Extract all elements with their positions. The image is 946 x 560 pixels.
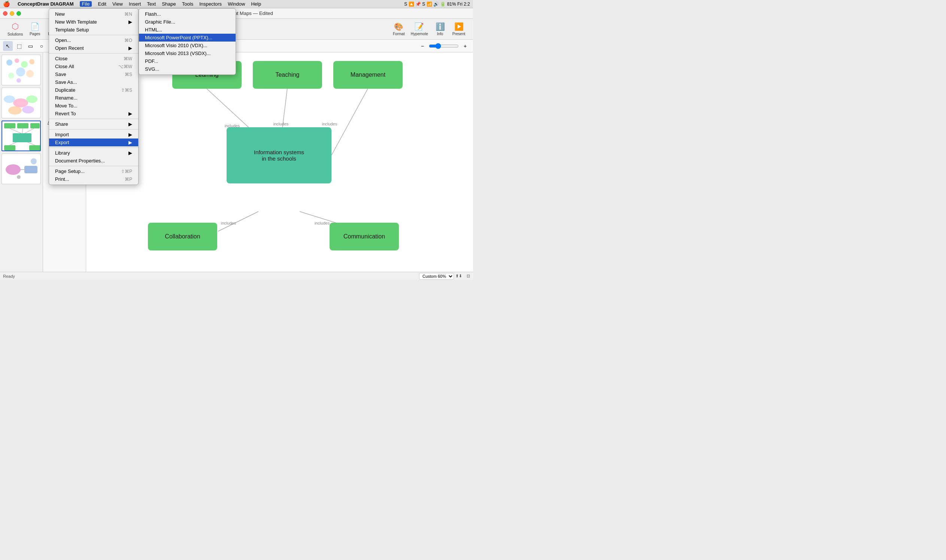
svg-rect-15	[30, 123, 40, 128]
thumb-4-canvas	[2, 154, 41, 184]
export-vsdx[interactable]: Microsoft Visio 2013 (VSDX)...	[139, 49, 236, 57]
menu-page-setup[interactable]: Page Setup... ⇧⌘P	[49, 167, 138, 175]
menu-shape[interactable]: Shape	[162, 1, 176, 7]
page-thumbnail-4[interactable]	[2, 154, 41, 184]
hypernote-button[interactable]: 📝 Hypernote	[408, 21, 430, 37]
svg-rect-17	[4, 145, 15, 151]
menu-inspectors[interactable]: Inspectors	[199, 1, 222, 7]
minimize-button[interactable]	[10, 11, 14, 16]
menu-open-recent[interactable]: Open Recent ▶	[49, 44, 138, 52]
menu-close[interactable]: Close ⌘W	[49, 55, 138, 63]
menu-open-recent-arrow: ▶	[128, 45, 132, 51]
export-pptx[interactable]: Microsoft PowerPoint (PPTX)...	[139, 34, 236, 42]
menu-help[interactable]: Help	[251, 1, 261, 7]
menu-file[interactable]: File	[80, 1, 92, 7]
svg-rect-16	[13, 133, 31, 142]
node-center[interactable]: Information systems in the schools	[226, 127, 331, 183]
export-svg[interactable]: SVG...	[139, 65, 236, 73]
menu-text[interactable]: Text	[147, 1, 156, 7]
svg-point-8	[13, 98, 28, 108]
menu-rename[interactable]: Rename...	[49, 94, 138, 102]
export-html[interactable]: HTML...	[139, 26, 236, 34]
svg-point-24	[6, 164, 21, 175]
menu-move-to[interactable]: Move To...	[49, 102, 138, 110]
solutions-button[interactable]: ⬡ Solutions	[5, 21, 25, 37]
menu-save-label: Save	[55, 71, 66, 77]
info-button[interactable]: ℹ️ Info	[431, 21, 449, 37]
menu-new-template-label: New With Template	[55, 19, 97, 25]
menu-save-as[interactable]: Save As...	[49, 78, 138, 86]
svg-text:includes: includes	[221, 221, 236, 225]
menu-sep-4	[49, 129, 138, 129]
export-vdx[interactable]: Microsoft Visio 2010 (VDX)...	[139, 42, 236, 49]
menu-new-template[interactable]: New With Template ▶	[49, 18, 138, 26]
svg-text:includes: includes	[322, 122, 337, 126]
menu-share[interactable]: Share ▶	[49, 120, 138, 128]
zoom-in-button[interactable]: +	[460, 41, 470, 51]
menu-new[interactable]: New ⌘N	[49, 10, 138, 18]
zoom-stepper[interactable]: ⬆⬇	[455, 274, 462, 278]
zoom-select[interactable]: Custom 60% 25% 50% 75% 100% 150% 200%	[419, 273, 454, 280]
menu-rename-label: Rename...	[55, 95, 77, 101]
page-thumbnail-1[interactable]	[2, 55, 41, 85]
present-button[interactable]: ▶️ Present	[450, 21, 468, 37]
export-flash[interactable]: Flash...	[139, 10, 236, 18]
close-button[interactable]	[3, 11, 8, 16]
zoom-out-button[interactable]: −	[418, 41, 427, 51]
svg-point-0	[6, 60, 12, 66]
file-menu: New ⌘N New With Template ▶ Template Setu…	[49, 8, 139, 185]
hypernote-label: Hypernote	[411, 32, 428, 36]
svg-line-31	[331, 89, 368, 155]
menu-document-properties[interactable]: Document Properties...	[49, 157, 138, 165]
menu-close-label: Close	[55, 56, 68, 62]
export-pdf-label: PDF...	[145, 58, 158, 64]
menu-duplicate[interactable]: Duplicate ⇧⌘S	[49, 86, 138, 94]
ellipse-tool[interactable]: ○	[37, 41, 46, 51]
node-management[interactable]: Management	[333, 61, 402, 89]
menu-revert-to-label: Revert To	[55, 111, 75, 117]
thumb-2-canvas	[2, 88, 41, 118]
maximize-button[interactable]	[17, 11, 21, 16]
export-graphic-file-label: Graphic File...	[145, 19, 175, 25]
menu-save[interactable]: Save ⌘S	[49, 70, 138, 78]
canvas-area[interactable]: includes includes includes includes incl…	[86, 52, 473, 272]
menu-new-template-arrow: ▶	[128, 19, 132, 25]
menu-close-all[interactable]: Close All ⌥⌘W	[49, 63, 138, 70]
menu-template-setup[interactable]: Template Setup	[49, 26, 138, 34]
node-collaboration[interactable]: Collaboration	[148, 223, 217, 251]
menu-sep-6	[49, 166, 138, 166]
menu-open[interactable]: Open... ⌘O	[49, 36, 138, 44]
menu-close-all-shortcut: ⌥⌘W	[118, 64, 132, 69]
page-thumbnail-3[interactable]	[2, 120, 41, 151]
menu-duplicate-label: Duplicate	[55, 87, 75, 93]
area-select-tool[interactable]: ⬚	[14, 41, 24, 51]
menu-library[interactable]: Library ▶	[49, 149, 138, 157]
menu-tools[interactable]: Tools	[182, 1, 193, 7]
node-teaching[interactable]: Teaching	[253, 61, 322, 89]
menu-edit[interactable]: Edit	[98, 1, 106, 7]
menu-view[interactable]: View	[112, 1, 123, 7]
menu-new-shortcut: ⌘N	[124, 12, 132, 17]
export-pdf[interactable]: PDF...	[139, 57, 236, 65]
export-graphic-file[interactable]: Graphic File...	[139, 18, 236, 26]
node-communication[interactable]: Communication	[330, 223, 399, 251]
pages-button[interactable]: 📄 Pages	[26, 21, 44, 37]
status-bar: Ready Custom 60% 25% 50% 75% 100% 150% 2…	[0, 272, 473, 280]
export-pptx-label: Microsoft PowerPoint (PPTX)...	[145, 35, 213, 40]
select-tool[interactable]: ↖	[3, 41, 13, 51]
menu-window[interactable]: Window	[228, 1, 245, 7]
svg-rect-14	[17, 123, 28, 128]
menu-revert-to[interactable]: Revert To ▶	[49, 110, 138, 117]
menu-import[interactable]: Import ▶	[49, 131, 138, 138]
menu-insert[interactable]: Insert	[129, 1, 141, 7]
export-submenu: Flash... Graphic File... HTML... Microso…	[139, 8, 236, 75]
page-thumbnail-2[interactable]	[2, 88, 41, 118]
zoom-slider[interactable]	[429, 43, 459, 49]
menu-export[interactable]: Export ▶	[49, 138, 138, 146]
menu-print[interactable]: Print... ⌘P	[49, 175, 138, 183]
menu-revert-to-arrow: ▶	[128, 111, 132, 117]
format-label: Format	[393, 32, 405, 36]
format-button[interactable]: 🎨 Format	[390, 21, 408, 37]
rectangle-tool[interactable]: ▭	[25, 41, 35, 51]
svg-rect-18	[29, 145, 40, 151]
